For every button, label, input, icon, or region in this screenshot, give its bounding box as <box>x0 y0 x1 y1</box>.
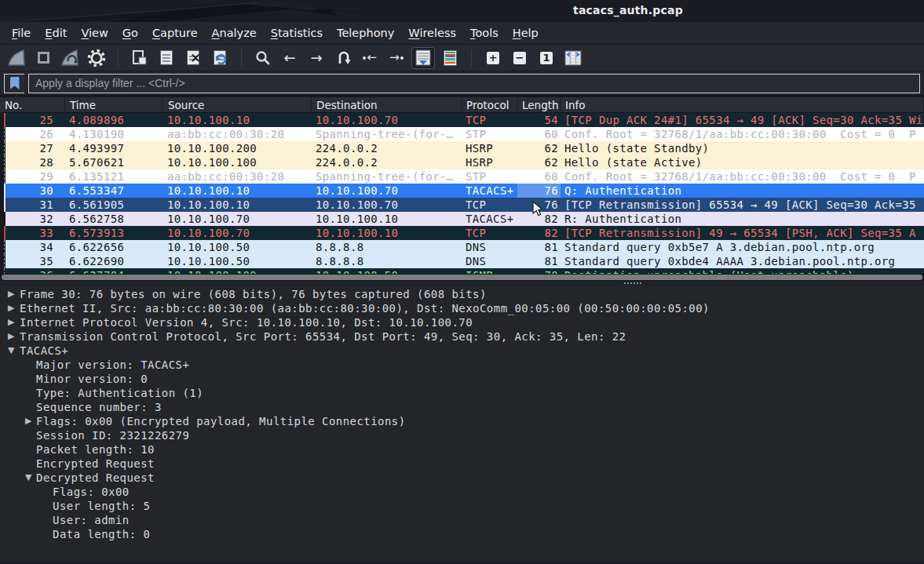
detail-row[interactable]: ▶Flags: 0x00 (Encrypted payload, Multipl… <box>0 414 924 428</box>
menu-item-wireless[interactable]: Wireless <box>401 24 463 42</box>
main-toolbar: ✕ ← → ← → + − 1 <box>0 45 924 71</box>
cell-time: 6.622690 <box>65 254 163 268</box>
cell-dst: 10.10.100.50 <box>312 268 462 274</box>
go-back-icon[interactable]: ← <box>278 47 301 69</box>
reload-file-icon[interactable] <box>208 47 232 69</box>
packet-row[interactable]: 296.135121aa:bb:cc:00:30:20Spanning-tree… <box>0 169 924 184</box>
detail-row[interactable]: ▶Ethernet II, Src: aa:bb:cc:80:30:00 (aa… <box>0 301 924 315</box>
detail-row[interactable]: Flags: 0x00 <box>0 485 924 499</box>
packet-list-header: No.TimeSourceDestinationProtocolLengthIn… <box>0 97 924 113</box>
go-forward-icon[interactable]: → <box>305 47 328 69</box>
close-file-icon[interactable]: ✕ <box>181 47 205 69</box>
zoom-in-icon[interactable]: + <box>481 47 505 69</box>
packet-row[interactable]: 316.56190510.10.100.1010.10.100.70TCP76[… <box>0 198 924 212</box>
packet-row[interactable]: 346.62265610.10.100.508.8.8.8DNS81Standa… <box>0 240 924 254</box>
detail-row[interactable]: Major version: TACACS+ <box>0 358 924 372</box>
menu-item-edit[interactable]: Edit <box>38 24 74 42</box>
detail-row[interactable]: Encrypted Request <box>0 457 924 471</box>
toolbar-separator <box>465 49 472 67</box>
detail-row[interactable]: Packet length: 10 <box>0 442 924 457</box>
menu-item-analyze[interactable]: Analyze <box>205 24 264 42</box>
detail-row[interactable]: User length: 5 <box>0 499 924 513</box>
menu-item-go[interactable]: Go <box>115 24 145 42</box>
collapsed-arrow-icon[interactable]: ▶ <box>8 329 15 344</box>
capture-stop-icon[interactable] <box>31 47 55 69</box>
find-packet-icon[interactable] <box>251 47 275 69</box>
filter-bookmark-button[interactable] <box>4 74 24 93</box>
detail-row[interactable]: Data length: 0 <box>0 527 924 541</box>
cell-dst: 10.10.100.70 <box>312 184 462 198</box>
collapsed-arrow-icon[interactable]: ▶ <box>8 301 15 315</box>
colorize-icon[interactable] <box>438 47 462 69</box>
zoom-original-icon[interactable]: 1 <box>535 47 558 69</box>
capture-restart-icon[interactable] <box>58 47 82 69</box>
menu-item-capture[interactable]: Capture <box>145 24 205 42</box>
detail-text: Major version: TACACS+ <box>36 358 189 372</box>
collapsed-arrow-icon[interactable]: ▶ <box>8 315 15 329</box>
column-header-no[interactable]: No. <box>0 97 65 112</box>
detail-row[interactable]: Type: Authentication (1) <box>0 386 924 400</box>
capture-options-icon[interactable] <box>85 47 108 69</box>
detail-row[interactable]: ▶Transmission Control Protocol, Src Port… <box>0 329 924 344</box>
cell-info: Hello (state Standby) <box>561 141 924 155</box>
detail-text: Ethernet II, Src: aa:bb:cc:80:30:00 (aa:… <box>20 301 710 315</box>
resize-columns-icon[interactable] <box>561 47 585 69</box>
expanded-arrow-icon[interactable]: ▼ <box>25 471 32 485</box>
cell-no: 25 <box>5 113 65 127</box>
menu-item-help[interactable]: Help <box>506 24 546 42</box>
expanded-arrow-icon[interactable]: ▼ <box>8 344 15 358</box>
display-filter-input[interactable] <box>28 74 920 93</box>
menu-item-view[interactable]: View <box>74 24 115 42</box>
detail-row[interactable]: User: admin <box>0 513 924 527</box>
packet-row[interactable]: 285.67062110.10.100.100224.0.0.2HSRP62He… <box>0 155 924 169</box>
toolbar-separator <box>111 49 119 67</box>
packet-list-hscrollbar[interactable] <box>0 274 924 281</box>
collapsed-arrow-icon[interactable]: ▶ <box>25 414 32 428</box>
detail-row[interactable]: Sequence number: 3 <box>0 400 924 414</box>
packet-row-partial[interactable]: 366.62770410.10.100.10010.10.100.50ICMP7… <box>0 268 924 274</box>
column-header-src[interactable]: Source <box>163 97 312 112</box>
cell-src: aa:bb:cc:00:30:20 <box>163 169 312 184</box>
column-header-dst[interactable]: Destination <box>312 97 462 112</box>
detail-row[interactable]: ▼TACACS+ <box>0 344 924 358</box>
menu-item-tools[interactable]: Tools <box>463 24 506 42</box>
menu-item-file[interactable]: File <box>5 24 38 42</box>
packet-row[interactable]: 366.62770410.10.100.10010.10.100.50ICMP7… <box>0 268 924 274</box>
detail-row[interactable]: ▶Frame 30: 76 bytes on wire (608 bits), … <box>0 287 924 301</box>
packet-row[interactable]: 356.62269010.10.100.508.8.8.8DNS81Standa… <box>0 254 924 268</box>
packet-row[interactable]: 274.49399710.10.100.200224.0.0.2HSRP62He… <box>0 141 924 155</box>
related-packet-marker <box>0 113 5 127</box>
packet-row[interactable]: 264.130190aa:bb:cc:00:30:20Spanning-tree… <box>0 127 924 141</box>
related-packet-marker <box>0 198 5 212</box>
packet-row[interactable]: 336.57391310.10.100.7010.10.100.10TCP82[… <box>0 226 924 240</box>
menu-item-telephony[interactable]: Telephony <box>330 24 401 42</box>
zoom-out-icon[interactable]: − <box>508 47 531 69</box>
go-last-icon[interactable]: → <box>385 47 408 69</box>
capture-start-icon[interactable] <box>5 47 28 69</box>
detail-row[interactable]: Minor version: 0 <box>0 372 924 386</box>
column-header-len[interactable]: Length <box>517 97 561 112</box>
go-to-packet-icon[interactable] <box>331 47 355 69</box>
column-header-proto[interactable]: Protocol <box>462 97 517 112</box>
detail-row[interactable]: ▼Decrypted Request <box>0 471 924 485</box>
menu-item-statistics[interactable]: Statistics <box>264 24 330 42</box>
collapsed-arrow-icon[interactable]: ▶ <box>8 287 15 301</box>
cell-proto: HSRP <box>462 155 517 169</box>
cell-dst: 10.10.100.70 <box>312 113 462 127</box>
detail-row[interactable]: ▶Internet Protocol Version 4, Src: 10.10… <box>0 315 924 329</box>
packet-row[interactable]: 326.56275810.10.100.7010.10.100.10TACACS… <box>0 212 924 226</box>
go-first-icon[interactable]: ← <box>358 47 382 69</box>
hscrollbar-thumb[interactable] <box>2 275 922 280</box>
open-file-icon[interactable] <box>128 47 152 69</box>
column-header-time[interactable]: Time <box>65 97 163 112</box>
packet-row[interactable]: 254.08989610.10.100.1010.10.100.70TCP54[… <box>0 113 924 127</box>
save-file-icon[interactable] <box>155 47 178 69</box>
menu-bar: FileEditViewGoCaptureAnalyzeStatisticsTe… <box>0 22 924 45</box>
auto-scroll-icon[interactable] <box>411 47 435 69</box>
cell-len: 76 <box>517 198 561 212</box>
column-header-info[interactable]: Info <box>561 97 924 112</box>
detail-row[interactable]: Session ID: 2321226279 <box>0 428 924 442</box>
packet-row[interactable]: 306.55334710.10.100.1010.10.100.70TACACS… <box>0 184 924 198</box>
cell-time: 6.135121 <box>65 169 163 184</box>
cell-len: 60 <box>517 169 561 184</box>
